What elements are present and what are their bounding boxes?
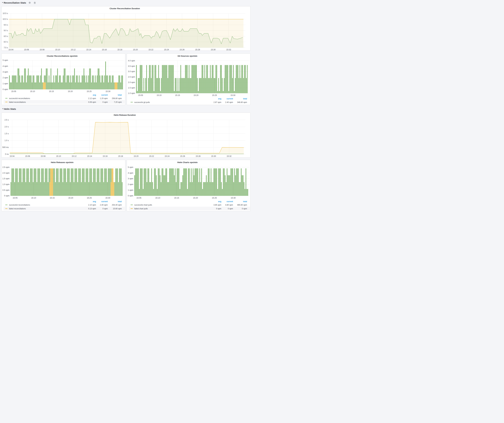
svg-text:1 opm: 1 opm bbox=[128, 189, 133, 191]
svg-text:0 opm: 0 opm bbox=[128, 195, 133, 197]
svg-text:15:30: 15:30 bbox=[230, 94, 235, 96]
svg-text:Helm Charts ops/min: Helm Charts ops/min bbox=[177, 161, 198, 164]
svg-text:3.85 opm: 3.85 opm bbox=[213, 204, 221, 206]
svg-text:15:30: 15:30 bbox=[231, 197, 235, 199]
svg-text:1.5 opm: 1.5 opm bbox=[2, 177, 10, 180]
svg-text:0 opm: 0 opm bbox=[216, 208, 221, 210]
svg-text:15:32: 15:32 bbox=[227, 155, 231, 157]
svg-text:15:20: 15:20 bbox=[133, 49, 138, 51]
svg-text:2.87 opm: 2.87 opm bbox=[213, 101, 221, 103]
svg-text:5 opm: 5 opm bbox=[128, 166, 133, 168]
svg-text:1.0 opm: 1.0 opm bbox=[2, 183, 10, 186]
svg-text:total: total bbox=[243, 200, 247, 203]
svg-text:15:16: 15:16 bbox=[103, 155, 108, 157]
svg-text:avg: avg bbox=[93, 200, 96, 203]
svg-text:current: current bbox=[101, 94, 108, 96]
svg-text:15:15: 15:15 bbox=[50, 197, 54, 199]
svg-text:1.0 s: 1.0 s bbox=[5, 139, 9, 141]
svg-text:total: total bbox=[118, 200, 122, 203]
svg-text:2.12 opm: 2.12 opm bbox=[88, 97, 96, 100]
svg-text:successful reconciliations: successful reconciliations bbox=[9, 204, 30, 206]
svg-text:0 opm: 0 opm bbox=[3, 88, 8, 90]
svg-text:15:05: 15:05 bbox=[13, 197, 18, 199]
svg-text:9.5 s: 9.5 s bbox=[4, 24, 8, 26]
svg-text:15:12: 15:12 bbox=[71, 49, 76, 51]
svg-text:0 ns: 0 ns bbox=[5, 153, 9, 155]
svg-text:7.20 opm: 7.20 opm bbox=[114, 101, 122, 103]
svg-text:avg: avg bbox=[218, 200, 221, 203]
svg-text:15:08: 15:08 bbox=[40, 49, 44, 51]
svg-text:current: current bbox=[227, 200, 233, 203]
svg-text:15:20: 15:20 bbox=[193, 197, 198, 199]
svg-text:Helm Releases ops/min: Helm Releases ops/min bbox=[51, 161, 73, 164]
svg-text:5 opm: 5 opm bbox=[3, 59, 8, 61]
svg-text:successful chart pulls: successful chart pulls bbox=[134, 204, 152, 206]
svg-text:15:12: 15:12 bbox=[72, 155, 77, 157]
svg-text:15:10: 15:10 bbox=[31, 197, 36, 199]
svg-text:3 opm: 3 opm bbox=[3, 71, 8, 73]
svg-text:total: total bbox=[243, 98, 247, 100]
svg-text:15:15: 15:15 bbox=[175, 94, 180, 96]
svg-text:9.0 s: 9.0 s bbox=[4, 29, 8, 32]
svg-text:0 opm: 0 opm bbox=[102, 101, 108, 103]
svg-text:4.80 opm: 4.80 opm bbox=[225, 204, 233, 206]
svg-text:15:15: 15:15 bbox=[174, 197, 179, 199]
svg-text:Git Sources ops/min: Git Sources ops/min bbox=[178, 55, 197, 57]
svg-text:0.13 opm: 0.13 opm bbox=[88, 208, 96, 210]
svg-text:15:25: 15:25 bbox=[87, 90, 91, 93]
svg-text:0.06 opm: 0.06 opm bbox=[88, 101, 96, 103]
svg-text:15:18: 15:18 bbox=[118, 155, 123, 157]
svg-text:0 opm: 0 opm bbox=[102, 208, 108, 210]
svg-text:15:10: 15:10 bbox=[156, 94, 161, 96]
svg-text:successful reconciliations: successful reconciliations bbox=[9, 97, 30, 100]
svg-text:15:16: 15:16 bbox=[102, 49, 107, 51]
svg-text:2.0 opm: 2.0 opm bbox=[128, 81, 135, 83]
svg-text:4 opm: 4 opm bbox=[128, 172, 133, 174]
svg-text:15:18: 15:18 bbox=[117, 49, 122, 51]
svg-text:2.0 opm: 2.0 opm bbox=[2, 172, 10, 174]
svg-text:15:20: 15:20 bbox=[68, 197, 73, 199]
svg-text:1 opm: 1 opm bbox=[3, 82, 8, 85]
svg-text:15:06: 15:06 bbox=[25, 155, 30, 157]
svg-text:0.5 opm: 0.5 opm bbox=[2, 189, 10, 191]
svg-text:15:24: 15:24 bbox=[165, 155, 169, 157]
svg-text:500 ms: 500 ms bbox=[2, 146, 9, 148]
svg-text:15:22: 15:22 bbox=[149, 49, 153, 51]
svg-text:failed reconciliations: failed reconciliations bbox=[9, 208, 26, 210]
svg-text:15:26: 15:26 bbox=[180, 155, 185, 157]
svg-text:15:30: 15:30 bbox=[211, 49, 216, 51]
svg-text:15:28: 15:28 bbox=[195, 49, 200, 51]
svg-text:10.0 s: 10.0 s bbox=[3, 18, 8, 20]
svg-text:successful git pulls: successful git pulls bbox=[134, 101, 150, 103]
svg-text:465.60 opm: 465.60 opm bbox=[237, 204, 247, 206]
svg-text:15:05: 15:05 bbox=[11, 90, 16, 93]
svg-text:3.5 opm: 3.5 opm bbox=[128, 65, 135, 67]
svg-text:avg: avg bbox=[218, 98, 221, 100]
svg-text:15:05: 15:05 bbox=[136, 197, 141, 199]
svg-text:current: current bbox=[101, 200, 108, 203]
svg-text:15:25: 15:25 bbox=[87, 197, 92, 199]
svg-text:2.10 opm: 2.10 opm bbox=[88, 204, 96, 206]
svg-text:8.5 s: 8.5 s bbox=[4, 35, 8, 37]
svg-text:15:30: 15:30 bbox=[211, 155, 216, 157]
svg-text:254.40 opm: 254.40 opm bbox=[112, 204, 122, 206]
svg-text:15:28: 15:28 bbox=[196, 155, 200, 157]
svg-text:15:32: 15:32 bbox=[226, 49, 231, 51]
svg-text:256.80 opm: 256.80 opm bbox=[112, 97, 122, 100]
svg-text:15:14: 15:14 bbox=[86, 49, 91, 51]
svg-text:15.60 opm: 15.60 opm bbox=[113, 208, 122, 210]
svg-text:2 opm: 2 opm bbox=[3, 77, 8, 79]
svg-text:2.5 opm: 2.5 opm bbox=[128, 76, 135, 78]
svg-text:15:04: 15:04 bbox=[10, 155, 14, 157]
svg-text:1.5 s: 1.5 s bbox=[5, 133, 9, 135]
svg-text:15:10: 15:10 bbox=[55, 49, 60, 51]
svg-text:15:15: 15:15 bbox=[49, 90, 54, 93]
svg-text:2.40 opm: 2.40 opm bbox=[225, 101, 233, 103]
svg-text:2.5 opm: 2.5 opm bbox=[2, 166, 10, 168]
svg-text:15:20: 15:20 bbox=[68, 90, 73, 93]
svg-text:0 opm: 0 opm bbox=[228, 208, 233, 210]
svg-text:15:30: 15:30 bbox=[105, 197, 110, 199]
svg-text:avg: avg bbox=[93, 94, 96, 96]
svg-text:15:20: 15:20 bbox=[193, 94, 198, 96]
svg-text:1.5 opm: 1.5 opm bbox=[128, 87, 135, 89]
